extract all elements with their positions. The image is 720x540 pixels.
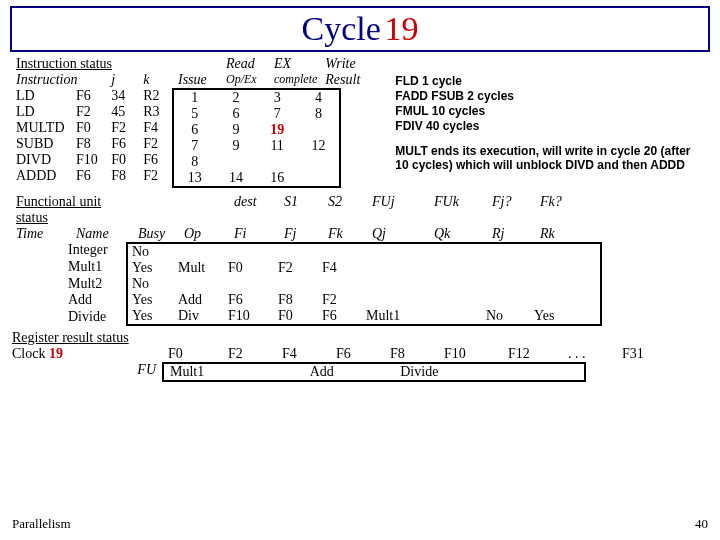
cell: F0 (224, 260, 274, 276)
latency-line: FLD 1 cycle (395, 74, 705, 89)
cell: Mult (174, 260, 224, 276)
hdr-ex: EX (270, 56, 321, 72)
col-instruction: Instruction (12, 72, 107, 88)
cell: 3 (257, 90, 298, 106)
col-fi: Fi (230, 226, 280, 242)
reg-val: Mult1 (164, 364, 220, 380)
cell: F8 (107, 168, 139, 184)
reg-heading: Register result status (12, 330, 708, 346)
cell: LD (12, 88, 72, 104)
fu-name: Mult2 (64, 276, 126, 293)
cell: 12 (298, 138, 339, 154)
cell: 9 (215, 122, 256, 138)
col-rj: Rj (488, 226, 536, 242)
latency-line: FDIV 40 cycles (395, 119, 705, 134)
fu-heading: Functional unit status (12, 194, 134, 226)
col-k: k (139, 72, 172, 88)
instruction-left-table: Instruction status Instruction j k LDF63… (12, 56, 172, 184)
latency-line: FMUL 10 cycles (395, 104, 705, 119)
grp-fuk: FUk (430, 194, 488, 226)
reg-val (352, 364, 394, 380)
cell: 6 (174, 122, 215, 138)
cell: F2 (72, 104, 107, 120)
cell: 16 (257, 170, 298, 186)
reg-header-row: F0 F2 F4 F6 F8 F10 F12 . . . F31 (162, 346, 670, 362)
hdr-write: Write (321, 56, 369, 72)
cell: F2 (318, 292, 362, 308)
footer-left: Parallelism (12, 516, 71, 532)
cell: 4 (298, 90, 339, 106)
cell: Div (174, 308, 224, 324)
cell: Yes (128, 292, 174, 308)
hdr-read: Read (222, 56, 270, 72)
cell: 2 (215, 90, 256, 106)
col-busy: Busy (134, 226, 180, 242)
hdr-result: Result (321, 72, 369, 88)
cell: F2 (139, 136, 172, 152)
cell: 45 (107, 104, 139, 120)
cell: 8 (298, 106, 339, 122)
cell: F2 (139, 168, 172, 184)
cell: 7 (174, 138, 215, 154)
reg-val (220, 364, 262, 380)
grp-dest: dest (230, 194, 280, 226)
reg-val: Add (304, 364, 353, 380)
cell: F6 (107, 136, 139, 152)
cell: F6 (72, 88, 107, 104)
cell (257, 154, 298, 170)
cell: 5 (174, 106, 215, 122)
hdr-opex: Op/Ex (222, 72, 270, 88)
cell: 9 (215, 138, 256, 154)
instruction-status: Instruction status Instruction j k LDF63… (12, 56, 708, 188)
cycle-note: MULT ends its execution, will write in c… (395, 144, 705, 172)
cell: R3 (139, 104, 172, 120)
cell: 14 (215, 170, 256, 186)
functional-unit-status: Functional unit status dest S1 S2 FUj FU… (12, 194, 708, 326)
col-op: Op (180, 226, 230, 242)
cell: No (128, 276, 174, 292)
reg-val (542, 364, 584, 380)
cell: F4 (318, 260, 362, 276)
cell: 8 (174, 154, 215, 170)
cell: F6 (318, 308, 362, 324)
cell: No (128, 244, 174, 260)
col-name: Name (72, 226, 134, 242)
grp-fjq: Fj? (488, 194, 536, 226)
cell: 11 (257, 138, 298, 154)
cell (298, 122, 339, 138)
cell: F8 (274, 292, 318, 308)
cell: F2 (107, 120, 139, 136)
cell: 19 (257, 122, 298, 138)
cell: F0 (107, 152, 139, 168)
hdr-complete: complete (270, 72, 321, 88)
cell: F0 (72, 120, 107, 136)
title-number: 19 (384, 10, 418, 47)
cell (298, 154, 339, 170)
reg-val (454, 364, 500, 380)
cell: Yes (128, 260, 174, 276)
clock-label: Clock (12, 346, 45, 361)
reg-col: F12 (502, 346, 562, 362)
instr-heading: Instruction status (12, 56, 172, 72)
reg-col: F2 (222, 346, 276, 362)
hdr-issue: Issue (174, 72, 222, 88)
cell: F6 (224, 292, 274, 308)
grp-s2: S2 (324, 194, 368, 226)
reg-val (262, 364, 304, 380)
col-rk: Rk (536, 226, 584, 242)
cell: 13 (174, 170, 215, 186)
cell: 34 (107, 88, 139, 104)
latency-line: FADD FSUB 2 cycles (395, 89, 705, 104)
fu-name: Add (64, 292, 126, 309)
grp-fuj: FUj (368, 194, 430, 226)
cell: 7 (257, 106, 298, 122)
cell: DIVD (12, 152, 72, 168)
reg-col: . . . (562, 346, 616, 362)
reg-val (500, 364, 542, 380)
cell: SUBD (12, 136, 72, 152)
col-qk: Qk (430, 226, 488, 242)
title-label: Cycle (302, 10, 381, 47)
fu-values-box: No YesMultF0F2F4 No YesAddF6F8F2 YesDivF… (126, 242, 602, 326)
cell: No (482, 308, 530, 324)
cell: F6 (139, 152, 172, 168)
